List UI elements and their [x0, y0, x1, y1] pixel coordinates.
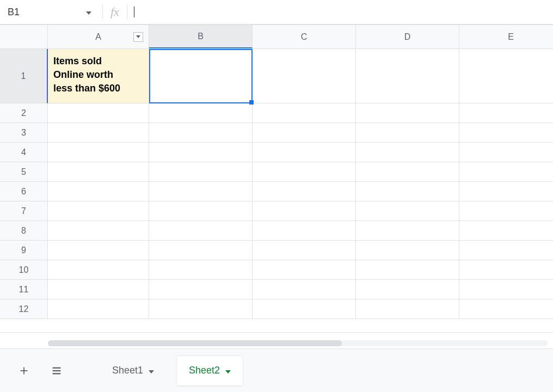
row-header-5[interactable]: 5	[0, 162, 48, 182]
cell-B1[interactable]	[149, 49, 253, 103]
cell-A4[interactable]	[48, 143, 149, 162]
row-header-12[interactable]: 12	[0, 299, 48, 319]
cell-C1[interactable]	[253, 49, 356, 103]
cell-D6[interactable]	[356, 182, 459, 201]
cell-E11[interactable]	[459, 280, 553, 299]
cell-B11[interactable]	[149, 280, 253, 299]
sheet-tab-sheet1[interactable]: Sheet1	[100, 356, 166, 385]
cell-D11[interactable]	[356, 280, 459, 299]
row-header-4[interactable]: 4	[0, 143, 48, 162]
row-header-10[interactable]: 10	[0, 260, 48, 280]
cell-C3[interactable]	[253, 123, 356, 143]
cell-D2[interactable]	[356, 103, 459, 123]
cell-D9[interactable]	[356, 241, 459, 260]
col-header-D[interactable]: D	[356, 25, 459, 49]
cell-E4[interactable]	[459, 143, 553, 162]
scroll-track[interactable]	[48, 340, 548, 346]
col-header-label: E	[508, 32, 514, 42]
cell-C5[interactable]	[253, 162, 356, 182]
row-header-7[interactable]: 7	[0, 201, 48, 221]
cell-B9[interactable]	[149, 241, 253, 260]
row-header-11[interactable]: 11	[0, 280, 48, 299]
cell-C10[interactable]	[253, 260, 356, 280]
cell-B7[interactable]	[149, 201, 253, 221]
row-header-label: 10	[19, 265, 29, 275]
cell-B10[interactable]	[149, 260, 253, 280]
formula-bar: B1 fx	[0, 0, 553, 24]
row-header-8[interactable]: 8	[0, 221, 48, 241]
cell-D1[interactable]	[356, 49, 459, 103]
cell-E12[interactable]	[459, 299, 553, 319]
row-header-3[interactable]: 3	[0, 123, 48, 143]
add-sheet-button[interactable]	[13, 360, 35, 382]
cell-C9[interactable]	[253, 241, 356, 260]
svg-rect-2	[53, 373, 61, 374]
formula-input[interactable]	[142, 4, 549, 20]
cell-E8[interactable]	[459, 221, 553, 241]
cell-E10[interactable]	[459, 260, 553, 280]
cell-B2[interactable]	[149, 103, 253, 123]
cell-D10[interactable]	[356, 260, 459, 280]
cell-C4[interactable]	[253, 143, 356, 162]
cell-D3[interactable]	[356, 123, 459, 143]
col-header-A[interactable]: A	[48, 25, 149, 49]
cell-E5[interactable]	[459, 162, 553, 182]
cell-B4[interactable]	[149, 143, 253, 162]
cell-A6[interactable]	[48, 182, 149, 201]
col-header-E[interactable]: E	[459, 25, 553, 49]
row-header-1[interactable]: 1	[0, 49, 48, 103]
cell-D5[interactable]	[356, 162, 459, 182]
cell-E1[interactable]	[459, 49, 553, 103]
select-all-corner[interactable]	[0, 25, 48, 49]
cell-D7[interactable]	[356, 201, 459, 221]
cell-E2[interactable]	[459, 103, 553, 123]
svg-rect-0	[53, 367, 61, 368]
svg-rect-1	[53, 370, 61, 371]
cell-A10[interactable]	[48, 260, 149, 280]
row-header-6[interactable]: 6	[0, 182, 48, 201]
scroll-thumb[interactable]	[48, 340, 342, 346]
cell-D12[interactable]	[356, 299, 459, 319]
cell-A7[interactable]	[48, 201, 149, 221]
divider	[127, 5, 127, 19]
col-header-B[interactable]: B	[149, 25, 253, 48]
cell-B8[interactable]	[149, 221, 253, 241]
sheet-tab-label: Sheet1	[112, 365, 143, 376]
cell-B3[interactable]	[149, 123, 253, 143]
cell-C11[interactable]	[253, 280, 356, 299]
cell-D8[interactable]	[356, 221, 459, 241]
cell-E3[interactable]	[459, 123, 553, 143]
cell-A3[interactable]	[48, 123, 149, 143]
name-box[interactable]: B1	[4, 3, 97, 21]
cell-B12[interactable]	[149, 299, 253, 319]
cell-B5[interactable]	[149, 162, 253, 182]
cell-A2[interactable]	[48, 103, 149, 123]
cell-A1[interactable]: Items sold Online worth less than $600	[48, 49, 149, 103]
cell-A8[interactable]	[48, 221, 149, 241]
sheet-grid[interactable]: A B C D E 1 Items sold Online worth less…	[0, 24, 553, 338]
sheet-tab-sheet2[interactable]: Sheet2	[177, 356, 243, 385]
cell-C2[interactable]	[253, 103, 356, 123]
column-filter-button[interactable]	[133, 32, 143, 42]
cell-C8[interactable]	[253, 221, 356, 241]
cell-A12[interactable]	[48, 299, 149, 319]
cell-B6[interactable]	[149, 182, 253, 201]
cell-A5[interactable]	[48, 162, 149, 182]
cell-A11[interactable]	[48, 280, 149, 299]
col-header-C[interactable]: C	[253, 25, 356, 49]
cell-C6[interactable]	[253, 182, 356, 201]
row-header-label: 1	[21, 71, 26, 81]
cell-D4[interactable]	[356, 143, 459, 162]
horizontal-scrollbar[interactable]	[0, 338, 553, 348]
cell-E9[interactable]	[459, 241, 553, 260]
row-header-2[interactable]: 2	[0, 103, 48, 123]
row-strip	[0, 332, 553, 338]
cell-A9[interactable]	[48, 241, 149, 260]
row-header-9[interactable]: 9	[0, 241, 48, 260]
cell-E6[interactable]	[459, 182, 553, 201]
sheet-tab-label: Sheet2	[189, 365, 220, 376]
cell-C12[interactable]	[253, 299, 356, 319]
cell-E7[interactable]	[459, 201, 553, 221]
cell-C7[interactable]	[253, 201, 356, 221]
all-sheets-button[interactable]	[46, 360, 67, 382]
